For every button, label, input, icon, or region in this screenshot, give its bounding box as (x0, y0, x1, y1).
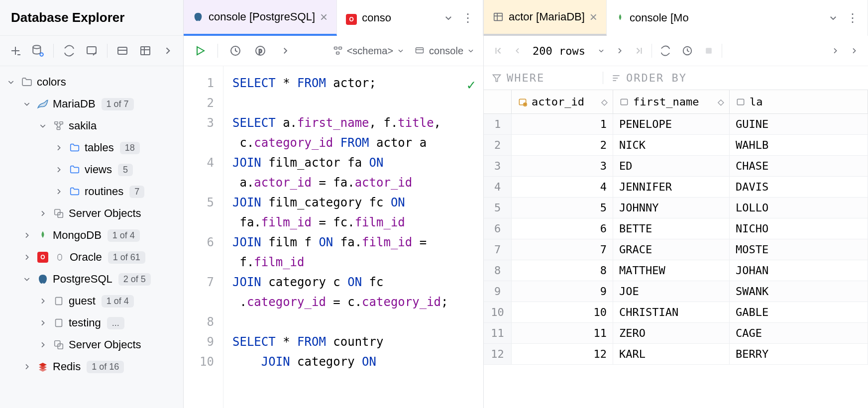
cell-first-name[interactable]: BETTE (613, 218, 730, 239)
cell-first-name[interactable]: PENELOPE (613, 114, 730, 134)
cell-last-name[interactable]: JOHAN (730, 260, 868, 281)
cell-last-name[interactable]: BERRY (730, 344, 868, 364)
next-page-icon[interactable] (611, 47, 629, 55)
tree-node-routines[interactable]: routines7 (0, 181, 183, 203)
first-page-icon[interactable] (489, 46, 508, 55)
explain-plan-icon[interactable]: p (253, 43, 268, 58)
more-icon[interactable]: ⋮ (847, 11, 859, 25)
tree-node-views[interactable]: views5 (0, 159, 183, 181)
rownum-header[interactable] (484, 90, 512, 113)
table-row[interactable]: 11PENELOPEGUINE (484, 114, 868, 135)
column-header-last-name[interactable]: la (730, 90, 868, 113)
cell-first-name[interactable]: NICK (613, 135, 730, 155)
chevron-right-icon[interactable] (278, 43, 293, 58)
table-row[interactable]: 1212KARLBERRY (484, 344, 868, 365)
cell-first-name[interactable]: GRACE (613, 239, 730, 260)
history-icon[interactable] (677, 45, 698, 56)
cell-first-name[interactable]: KARL (613, 344, 730, 364)
last-page-icon[interactable] (630, 46, 649, 55)
chevron-right-icon[interactable] (161, 43, 175, 58)
close-icon[interactable]: × (590, 10, 597, 23)
column-header-actor-id[interactable]: actor_id◇ (512, 90, 613, 113)
prev-page-icon[interactable] (509, 47, 527, 55)
history-icon[interactable] (228, 43, 243, 58)
code-editor[interactable]: 12345678910 ✓ SELECT * FROM actor; SELEC… (184, 66, 483, 408)
schema-selector[interactable]: <schema> (333, 45, 404, 57)
cell-actor-id[interactable]: 6 (512, 218, 613, 239)
cell-actor-id[interactable]: 11 (512, 323, 613, 343)
cell-first-name[interactable]: ZERO (613, 323, 730, 343)
cell-last-name[interactable]: GABLE (730, 302, 868, 322)
tree-node-postgresql[interactable]: PostgreSQL2 of 5 (0, 268, 183, 290)
tab-console-mongodb[interactable]: console [Mo ⋮ (607, 0, 868, 36)
table-view-icon[interactable] (138, 43, 152, 58)
tree-node-oracle[interactable]: OOracle1 of 61 (0, 246, 183, 268)
tree-node-mongodb[interactable]: MongoDB1 of 4 (0, 224, 183, 246)
view-options-icon[interactable] (115, 43, 130, 58)
tab-console-oracle[interactable]: O conso ⋮ (337, 0, 483, 36)
cell-first-name[interactable]: MATTHEW (613, 260, 730, 281)
close-icon[interactable]: × (320, 10, 327, 23)
datasource-properties-icon[interactable] (30, 43, 45, 58)
where-filter[interactable]: WHERE (484, 72, 603, 84)
row-count[interactable]: 200 rows (528, 45, 610, 57)
cell-actor-id[interactable]: 8 (512, 260, 613, 281)
refresh-icon[interactable] (62, 43, 76, 58)
cell-last-name[interactable]: CAGE (730, 323, 868, 343)
cell-actor-id[interactable]: 2 (512, 135, 613, 155)
table-row[interactable]: 33EDCHASE (484, 156, 868, 177)
cell-last-name[interactable]: SWANK (730, 281, 868, 302)
cell-first-name[interactable]: CHRISTIAN (613, 302, 730, 322)
cell-actor-id[interactable]: 12 (512, 344, 613, 364)
cell-last-name[interactable]: MOSTE (730, 239, 868, 260)
run-icon[interactable] (193, 43, 208, 58)
tree-node-redis[interactable]: Redis1 of 16 (0, 356, 183, 378)
cell-actor-id[interactable]: 10 (512, 302, 613, 322)
cell-actor-id[interactable]: 9 (512, 281, 613, 302)
table-row[interactable]: 77GRACEMOSTE (484, 239, 868, 260)
cell-first-name[interactable]: JOHNNY (613, 198, 730, 218)
cell-last-name[interactable]: CHASE (730, 156, 868, 176)
cell-last-name[interactable]: NICHO (730, 218, 868, 239)
cell-actor-id[interactable]: 4 (512, 177, 613, 197)
cell-actor-id[interactable]: 7 (512, 239, 613, 260)
tab-console-postgresql[interactable]: console [PostgreSQL] × (184, 0, 337, 36)
tree-node-colors[interactable]: colors (0, 71, 183, 93)
cell-last-name[interactable]: LOLLO (730, 198, 868, 218)
tree-node-testing[interactable]: testing... (0, 312, 183, 334)
code-content[interactable]: ✓ SELECT * FROM actor; SELECT a.first_na… (223, 66, 483, 408)
tree-node-server-objects[interactable]: Server Objects (0, 203, 183, 224)
chevron-down-icon[interactable] (829, 13, 838, 22)
add-icon[interactable] (8, 43, 22, 58)
cell-first-name[interactable]: JENNIFER (613, 177, 730, 197)
table-row[interactable]: 66BETTENICHO (484, 218, 868, 239)
more-icon[interactable]: ⋮ (462, 11, 474, 25)
table-row[interactable]: 1010CHRISTIANGABLE (484, 302, 868, 323)
cell-last-name[interactable]: DAVIS (730, 177, 868, 197)
table-row[interactable]: 88MATTHEWJOHAN (484, 260, 868, 281)
table-row[interactable]: 22NICKWAHLB (484, 135, 868, 156)
column-header-first-name[interactable]: first_name◇ (613, 90, 730, 113)
jump-to-console-icon[interactable] (84, 43, 99, 58)
cell-actor-id[interactable]: 1 (512, 114, 613, 134)
tree-node-mariadb[interactable]: MariaDB1 of 7 (0, 93, 183, 115)
tree-node-guest[interactable]: guest1 of 4 (0, 290, 183, 312)
stop-icon[interactable] (699, 46, 719, 56)
tree-node-tables[interactable]: tables18 (0, 137, 183, 159)
table-row[interactable]: 44JENNIFERDAVIS (484, 177, 868, 198)
console-selector[interactable]: console (414, 45, 474, 57)
table-row[interactable]: 1111ZEROCAGE (484, 323, 868, 344)
reload-icon[interactable] (655, 45, 676, 56)
cell-first-name[interactable]: ED (613, 156, 730, 176)
cell-actor-id[interactable]: 5 (512, 198, 613, 218)
tab-actor-mariadb[interactable]: actor [MariaDB] × (484, 0, 607, 36)
cell-last-name[interactable]: WAHLB (730, 135, 868, 155)
orderby-filter[interactable]: ORDER BY (603, 72, 695, 84)
tree-node-sakila[interactable]: sakila (0, 115, 183, 137)
table-row[interactable]: 99JOESWANK (484, 281, 868, 302)
table-row[interactable]: 55JOHNNYLOLLO (484, 198, 868, 218)
cell-actor-id[interactable]: 3 (512, 156, 613, 176)
chevron-down-icon[interactable] (444, 13, 453, 22)
cell-first-name[interactable]: JOE (613, 281, 730, 302)
chevron-right-icon[interactable] (826, 47, 844, 55)
